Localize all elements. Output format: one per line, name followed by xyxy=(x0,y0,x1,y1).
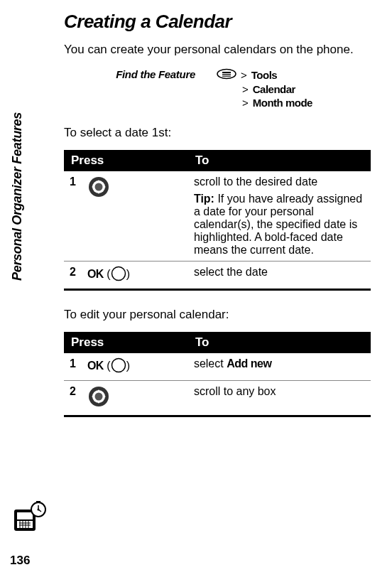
ok-label: OK xyxy=(87,268,104,280)
table-row: 1 scroll t xyxy=(64,171,371,262)
svg-rect-2 xyxy=(17,521,33,528)
edit-calendar-table: Press To 1 OK ( ) select Add new xyxy=(64,332,371,417)
table-row: 2 scroll to any box xyxy=(64,381,371,416)
navigation-key-icon xyxy=(87,385,110,411)
feature-path: > Tools > Calendar > Month mode xyxy=(217,68,371,110)
sidebar-section-label: Personal Organizer Features xyxy=(10,112,25,281)
calendar-device-icon xyxy=(10,500,47,539)
column-header-press: Press xyxy=(64,150,188,171)
svg-point-22 xyxy=(98,193,99,194)
svg-point-20 xyxy=(94,183,102,191)
page-number: 136 xyxy=(10,554,30,568)
step-number: 2 xyxy=(64,381,82,416)
select-date-table: Press To 1 xyxy=(64,150,371,291)
find-feature-label: Find the Feature xyxy=(64,68,195,80)
intro-text: You can create your personal calendars o… xyxy=(64,43,371,57)
softkey-icon xyxy=(111,266,126,284)
step-number: 2 xyxy=(64,262,82,290)
svg-point-25 xyxy=(111,267,125,281)
tip-text: If you have already assigned a date for … xyxy=(194,193,362,256)
menu-icon xyxy=(217,68,236,82)
step-description: scroll to any box xyxy=(188,381,371,416)
svg-point-21 xyxy=(98,180,99,182)
column-header-press: Press xyxy=(64,332,188,353)
menu-path-tools: Tools xyxy=(251,69,277,81)
svg-point-26 xyxy=(111,359,125,372)
tip-label: Tip: xyxy=(194,193,214,205)
step-description: scroll to the desired date xyxy=(194,176,365,188)
find-feature-block: Find the Feature > Tools > Calendar xyxy=(64,68,371,110)
step-number: 1 xyxy=(64,171,82,262)
svg-rect-16 xyxy=(222,74,231,75)
svg-point-31 xyxy=(98,402,99,404)
page: Personal Organizer Features 136 Creating… xyxy=(0,0,392,582)
svg-point-24 xyxy=(104,186,105,188)
step-number: 1 xyxy=(64,353,82,381)
table-row: 2 OK ( ) select the date xyxy=(64,262,371,290)
svg-point-23 xyxy=(92,186,93,188)
svg-rect-13 xyxy=(36,501,40,503)
page-title: Creating a Calendar xyxy=(64,11,371,33)
svg-rect-1 xyxy=(17,512,33,519)
svg-point-32 xyxy=(92,396,93,397)
add-new-label: Add new xyxy=(227,357,271,370)
svg-point-29 xyxy=(94,393,102,401)
table-row: 1 OK ( ) select Add new xyxy=(64,353,371,381)
menu-path-calendar: Calendar xyxy=(253,83,295,95)
step-description: select the date xyxy=(188,262,371,290)
menu-path-monthmode: Month mode xyxy=(253,97,312,109)
svg-point-30 xyxy=(98,390,99,392)
svg-rect-17 xyxy=(222,76,231,77)
step-description-prefix: select xyxy=(194,357,227,370)
column-header-to: To xyxy=(188,332,371,353)
column-header-to: To xyxy=(188,150,371,171)
svg-rect-15 xyxy=(222,72,231,73)
select-date-text: To select a date 1st: xyxy=(64,126,371,140)
edit-calendar-text: To edit your personal calendar: xyxy=(64,308,371,322)
svg-point-33 xyxy=(104,396,105,397)
ok-label: OK xyxy=(87,360,104,372)
navigation-key-icon xyxy=(87,176,110,201)
softkey-icon xyxy=(111,357,126,376)
